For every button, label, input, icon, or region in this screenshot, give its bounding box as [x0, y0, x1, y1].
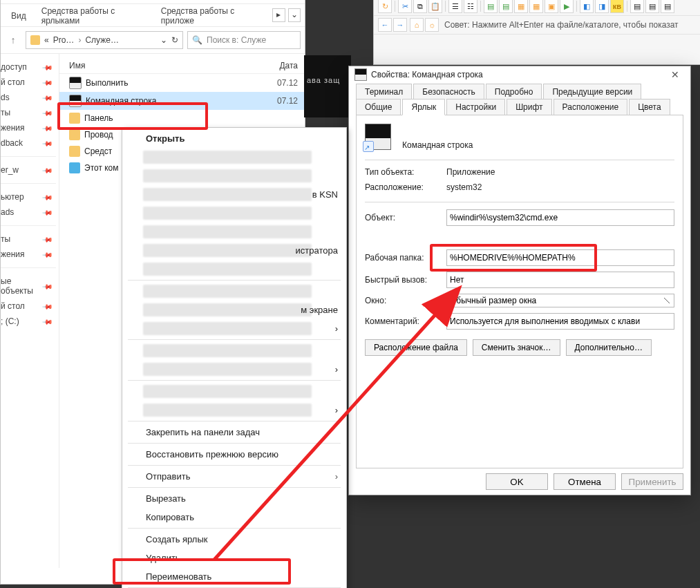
menu-item[interactable]: x › [122, 319, 346, 338]
ribbon-tab[interactable]: Средства работы с приложе [155, 1, 267, 30]
file-icon[interactable]: ▤ [484, 0, 498, 13]
ftp-icon[interactable]: ◧ [580, 0, 594, 13]
tab-Расположение[interactable]: Расположение [554, 99, 628, 115]
column-name[interactable]: Имя [69, 61, 259, 70]
menu-item[interactable]: x [122, 282, 346, 301]
sidebar-item[interactable]: ads📌 [1, 205, 56, 220]
net-icon[interactable]: ◨ [595, 0, 609, 13]
menu-item[interactable]: Переименовать [122, 567, 346, 586]
menu-item[interactable]: Закрепить на панели задач [122, 423, 346, 442]
kv-icon[interactable]: кв [610, 0, 624, 13]
play-icon[interactable]: ▸ [272, 8, 285, 22]
close-button[interactable]: ✕ [273, 0, 301, 3]
address-bar[interactable]: « Pro… › Служе… ⌄ ↻ [26, 31, 183, 49]
list-item[interactable]: Командная строка 07.12 [59, 92, 305, 110]
run-icon[interactable]: ▶ [560, 0, 574, 13]
menu-item[interactable]: Открыть [122, 129, 346, 148]
tab-Предыдущие версии[interactable]: Предыдущие версии [543, 84, 641, 99]
menu-item[interactable]: Восстановить прежнюю версию [122, 445, 346, 464]
sidebar-item[interactable]: ты📌 [1, 231, 56, 247]
cut-icon[interactable]: ✂ [398, 0, 412, 13]
list-item[interactable]: Панель [59, 110, 305, 126]
change-icon-button[interactable]: Сменить значок… [473, 339, 560, 356]
sidebar-item[interactable]: доступ📌 [1, 59, 56, 75]
menu-item[interactable]: x в KSN [122, 185, 346, 204]
close-icon[interactable]: ✕ [664, 69, 686, 80]
package-icon[interactable]: ▣ [545, 0, 558, 13]
tool-icon[interactable]: ▤ [630, 0, 644, 13]
menu-item[interactable]: x [122, 167, 346, 185]
menu-item[interactable]: x [122, 148, 346, 167]
view-icon[interactable]: ☰ [448, 0, 462, 13]
cancel-button[interactable]: Отмена [554, 473, 616, 490]
menu-item[interactable]: Вырезать [122, 489, 346, 508]
paste-icon[interactable]: 📋 [428, 0, 442, 13]
menu-item[interactable]: x [122, 341, 346, 360]
tab-Общие[interactable]: Общие [356, 99, 401, 115]
sidebar-item[interactable]: ; (C:)📌 [1, 314, 56, 329]
tab-Терминал[interactable]: Терминал [356, 84, 412, 99]
menu-item[interactable]: x › [122, 401, 346, 419]
home-icon[interactable]: ⌂ [410, 18, 424, 32]
menu-item[interactable]: Копировать [122, 508, 346, 527]
tab-Ярлык[interactable]: Ярлык [402, 99, 445, 115]
menu-item[interactable]: x [122, 204, 346, 222]
copy-icon[interactable]: ⧉ [413, 0, 427, 13]
menu-item[interactable]: Отправить › [122, 467, 346, 486]
view-icon[interactable]: ☷ [464, 0, 477, 13]
menu-item[interactable]: x истратора [122, 241, 346, 260]
menu-item[interactable]: x [122, 260, 346, 278]
window-mode-select[interactable]: Обычный размер окна [446, 294, 674, 307]
ok-button[interactable]: OK [486, 473, 548, 490]
tab-Шрифт[interactable]: Шрифт [507, 99, 551, 115]
working-folder-input[interactable] [446, 249, 674, 266]
zip-icon[interactable]: ▦ [529, 0, 543, 13]
menu-item[interactable]: x [122, 382, 346, 401]
chevron-down-icon[interactable]: ⌄ [160, 35, 167, 45]
tc-toolbar-2[interactable]: ← → ⌂ ☼ Совет: Нажмите Alt+Enter на файл… [374, 16, 700, 35]
back-icon[interactable]: ← [378, 18, 392, 32]
target-input[interactable] [446, 209, 674, 226]
explorer-sidebar[interactable]: доступ📌 й стол📌 ds📌 ты📌 жения📌 dback📌 er… [1, 54, 59, 568]
sidebar-item[interactable]: er_w📌 [1, 162, 56, 178]
sidebar-item[interactable]: dback📌 [1, 135, 56, 151]
sidebar-item[interactable]: ds📌 [1, 90, 56, 105]
advanced-button[interactable]: Дополнительно… [566, 339, 652, 356]
file-icon[interactable]: ▤ [499, 0, 513, 13]
menu-item[interactable]: x › [122, 360, 346, 379]
refresh-icon[interactable]: ↻ [378, 0, 392, 13]
sidebar-item[interactable]: ьютер📌 [1, 189, 56, 205]
tab-Подробно[interactable]: Подробно [486, 84, 542, 99]
hotkey-input[interactable] [446, 272, 674, 288]
zip-icon[interactable]: ▦ [514, 0, 528, 13]
sidebar-item[interactable]: й стол📌 [1, 75, 56, 90]
menu-item[interactable]: Создать ярлык [122, 530, 346, 549]
open-location-button[interactable]: Расположение файла [365, 339, 467, 356]
sidebar-item[interactable]: й стол📌 [1, 298, 56, 314]
tc-toolbar-1[interactable]: ↻ ✂ ⧉ 📋 ☰ ☷ ▤ ▤ ▦ ▦ ▣ ▶ ◧ ◨ кв ▤ ▤ ▤ [374, 0, 700, 16]
tab-Цвета[interactable]: Цвета [629, 99, 670, 115]
context-menu[interactable]: Открыть x x x в KSN x x x истратора x x … [122, 127, 347, 588]
tool-icon[interactable]: ▤ [645, 0, 659, 13]
list-item[interactable]: Выполнить 07.12 [59, 74, 305, 92]
refresh-icon[interactable]: ↻ [171, 35, 178, 45]
ribbon-tab[interactable]: Вид [5, 6, 32, 25]
menu-item[interactable]: x м экране [122, 301, 346, 319]
sidebar-item[interactable]: жения📌 [1, 120, 56, 135]
comment-input[interactable] [446, 313, 674, 330]
column-date[interactable]: Дата [259, 61, 305, 70]
ribbon-tab[interactable]: Средства работы с ярлыками [35, 1, 152, 30]
tab-Настройки[interactable]: Настройки [446, 99, 505, 115]
search-input[interactable]: 🔍 Поиск в: Служе [187, 31, 301, 49]
sun-icon[interactable]: ☼ [425, 18, 439, 32]
tab-Безопасность[interactable]: Безопасность [413, 84, 484, 99]
tool-icon[interactable]: ▤ [661, 0, 674, 13]
sidebar-item[interactable]: жения📌 [1, 247, 56, 262]
menu-item[interactable]: Удалить [122, 549, 346, 567]
sidebar-item[interactable]: ты📌 [1, 105, 56, 120]
apply-button[interactable]: Применить [621, 473, 683, 490]
fwd-icon[interactable]: → [393, 18, 407, 32]
sidebar-item[interactable]: ые объекты📌 [1, 274, 56, 298]
nav-up-button[interactable]: ↑ [5, 32, 21, 48]
menu-item[interactable]: x [122, 222, 346, 241]
